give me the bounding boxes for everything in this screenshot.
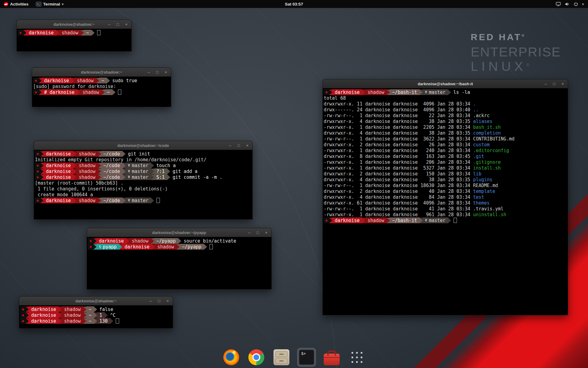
system-status-area[interactable]: ▾: [554, 0, 586, 8]
dock-item-files[interactable]: [272, 348, 291, 367]
prompt-segment-host: shadow: [76, 163, 98, 168]
close-button[interactable]: ×: [124, 22, 128, 26]
prompt-segment-redhat: ●: [35, 163, 40, 168]
window-titlebar[interactable]: darknoise@shadow:~–□×: [19, 297, 173, 305]
redhat-dot-icon: ●: [35, 79, 37, 82]
prompt-separator: [58, 318, 62, 324]
branch-icon: Ψ: [128, 175, 130, 179]
terminal-line: drwx------. 24 darknoise darknoise 4096 …: [324, 107, 567, 113]
dock-item-toolbox[interactable]: [322, 348, 341, 367]
terminal-content[interactable]: ●darknoiseshadow~/codegit initInitialize…: [34, 150, 252, 219]
clock[interactable]: Sat 03:57: [285, 2, 303, 6]
prompt-segment-user: darknoise: [26, 30, 56, 36]
dock-item-chrome[interactable]: [247, 348, 266, 367]
prompt-segment-git: Ψmaster: [423, 217, 448, 223]
terminal-line: drwxrwxr-x. 2 darknoise darknoise 150 Ja…: [324, 171, 567, 177]
redhat-dot-icon: ●: [22, 320, 24, 323]
terminal-text: -rwxrwxr-x. 1 darknoise darknoise 5327 J…: [324, 165, 473, 171]
close-button[interactable]: ×: [164, 70, 168, 74]
minimize-button[interactable]: –: [107, 22, 111, 26]
minimize-button[interactable]: –: [147, 70, 151, 74]
minimize-button[interactable]: –: [544, 82, 548, 86]
redhat-dot-icon: ●: [22, 308, 24, 311]
window-titlebar[interactable]: darknoise@shadow:~–□×: [32, 68, 171, 77]
terminal-text: install.sh: [473, 165, 501, 171]
redhat-dot-icon: ●: [326, 219, 327, 222]
redhat-dot-icon: ●: [90, 240, 92, 243]
prompt-segment-host: shadow: [365, 89, 386, 95]
activities-button[interactable]: Activities: [0, 0, 32, 8]
minimize-button[interactable]: –: [149, 299, 153, 303]
terminal-content[interactable]: ●darknoiseshadow~false●darknoiseshadow~1…: [19, 305, 173, 328]
terminal-content[interactable]: ●darknoiseshadow~/pyappsource bin/activa…: [87, 237, 271, 289]
maximize-button[interactable]: □: [237, 144, 241, 148]
terminal-text: .: [473, 101, 476, 107]
close-button[interactable]: ×: [561, 82, 565, 86]
prompt-segment-user: darknoise: [96, 238, 126, 244]
prompt-segment-host: shadow: [76, 174, 98, 180]
dock-item-show-applications[interactable]: [347, 348, 366, 367]
branch-icon: Ψ: [128, 170, 130, 173]
maximize-button[interactable]: □: [552, 82, 556, 86]
dock-item-terminal[interactable]: $>: [297, 348, 316, 367]
app-menu-terminal[interactable]: >_ Terminal ▾: [32, 0, 67, 8]
terminal-line: -rwxrwxr-x. 1 darknoise darknoise 2205 J…: [324, 124, 567, 130]
chevron-down-icon: ▾: [62, 2, 63, 6]
prompt-separator: [387, 90, 390, 95]
window-titlebar[interactable]: darknoise@shadow:~/pyapp–□×: [87, 228, 271, 237]
prompt-segment-path: ~: [86, 312, 94, 318]
redhat-dot-icon: ●: [90, 245, 92, 248]
close-button[interactable]: ×: [264, 231, 268, 235]
terminal-text: lib: [473, 171, 481, 177]
terminal-content[interactable]: ●darknoiseshadow~/bash-itΨmasterls -lato…: [323, 88, 568, 315]
minimize-button[interactable]: –: [228, 144, 232, 148]
terminal-content[interactable]: ●darknoiseshadow~sudo true[sudo] passwor…: [32, 77, 171, 107]
maximize-button[interactable]: □: [116, 22, 120, 26]
window-title: darknoise@shadow:~/code: [117, 143, 169, 148]
maximize-button[interactable]: □: [157, 299, 161, 303]
prompt-separator: [26, 312, 29, 318]
prompt-segment-gitstat: ?:1: [154, 168, 167, 174]
prompt-segment-path: ~/bash-it: [390, 217, 420, 223]
terminal-line: ●darknoiseshadow~sudo true: [33, 78, 170, 83]
terminal-text: drwx------. 24 darknoise darknoise 4096 …: [324, 107, 473, 113]
prompt-separator: [152, 244, 155, 250]
terminal-cursor: [209, 244, 213, 249]
terminal-text: create mode 100644 a: [35, 192, 93, 197]
close-button[interactable]: ×: [166, 299, 170, 303]
top-bar: Activities >_ Terminal ▾ Sat 03:57 ▾: [0, 0, 588, 8]
chrome-icon: [248, 349, 264, 365]
terminal-text: -rwxrwxr-x. 1 darknoise darknoise 206 Ja…: [324, 159, 473, 165]
prompt-separator: [123, 198, 126, 203]
prompt-separator: [119, 244, 122, 250]
prompt-separator: [73, 169, 76, 174]
terminal-content[interactable]: ●darknoiseshadow~: [17, 29, 131, 51]
close-button[interactable]: ×: [245, 144, 249, 148]
prompt-separator: [123, 163, 126, 168]
terminal-line: -rwxrwxr-x. 1 darknoise darknoise 961 Ja…: [324, 212, 567, 217]
maximize-button[interactable]: □: [155, 70, 159, 74]
window-title: darknoise@shadow:~/pyapp: [152, 230, 206, 235]
branch-icon: Ψ: [425, 219, 427, 222]
dock-item-firefox[interactable]: [222, 348, 241, 367]
minimize-button[interactable]: –: [247, 231, 251, 235]
window-titlebar[interactable]: darknoise@shadow:~/code–□×: [34, 141, 252, 150]
prompt-separator: [420, 218, 423, 223]
prompt-separator: [40, 151, 43, 157]
terminal-window: darknoise@shadow:~/code–□×●darknoiseshad…: [34, 141, 253, 220]
window-titlebar[interactable]: darknoise@shadow:~/bash-it–□×: [323, 79, 568, 88]
prompt-segment-redhat: ●: [20, 306, 26, 312]
terminal-text: test: [473, 194, 484, 200]
prompt-separator: [102, 90, 105, 95]
terminal-line: -rw-rw-r--. 1 darknoise darknoise 18630 …: [324, 182, 567, 188]
prompt-separator: [39, 90, 42, 95]
dock: $>: [0, 348, 588, 367]
terminal-line: drwxrwxr-x. 4 darknoise darknoise 38 Jan…: [324, 177, 567, 182]
window-title: darknoise@shadow:~: [54, 22, 95, 27]
maximize-button[interactable]: □: [256, 231, 260, 235]
window-titlebar[interactable]: darknoise@shadow:~–□×: [17, 20, 131, 29]
prompt-segment-path: ~: [99, 78, 107, 83]
terminal-app-icon: >_: [36, 2, 41, 6]
terminal-text: sudo true: [112, 78, 137, 83]
terminal-text: git init: [128, 151, 150, 157]
